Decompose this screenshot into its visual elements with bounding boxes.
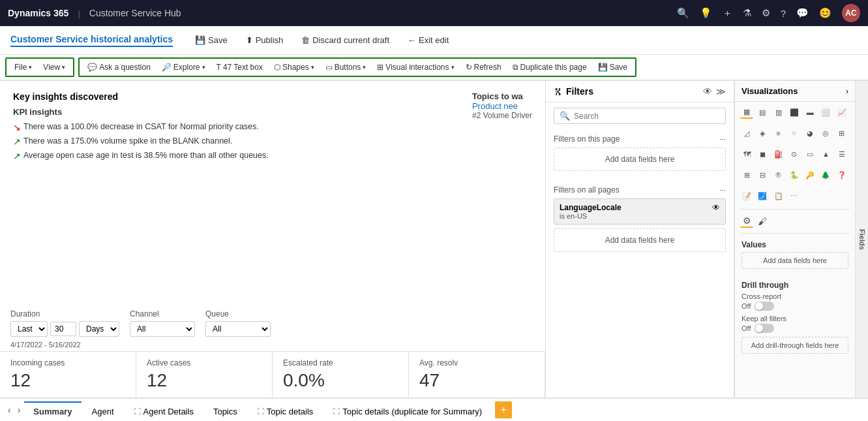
escalated-value: 0.0% [283, 370, 398, 391]
filter-search-input[interactable] [574, 112, 720, 121]
user-avatar[interactable]: AC [842, 4, 860, 22]
line-chart-icon[interactable]: 📈 [835, 106, 848, 119]
more-icon[interactable]: ⋯ [788, 189, 801, 202]
add-icon[interactable]: ＋ [723, 7, 732, 20]
filled-map-icon[interactable]: ◼ [756, 148, 769, 161]
visual-interactions-button[interactable]: ⊞ Visual interactions ▾ [372, 60, 459, 74]
tab-agent-details[interactable]: ⛶ Agent Details [125, 401, 203, 420]
kpi-icon[interactable]: ▲ [819, 148, 832, 161]
tab-topic-details-dup[interactable]: ⛶ Topic details (duplicate for Summary) [323, 401, 491, 420]
queue-label: Queue [205, 309, 271, 319]
python-icon[interactable]: 🐍 [788, 168, 801, 181]
exit-edit-button[interactable]: ← Exit edit [401, 32, 455, 48]
tab-agent[interactable]: Agent [83, 401, 123, 420]
fields-tab[interactable]: Fields [855, 81, 868, 398]
matrix-icon[interactable]: ⊟ [756, 168, 769, 181]
days-input[interactable] [50, 322, 76, 336]
filter-expand-icon[interactable]: ≫ [716, 86, 726, 97]
shapes-button[interactable]: ⬡ Shapes ▾ [269, 60, 320, 74]
filter-icon[interactable]: ⚗ [743, 7, 751, 19]
file-view-group: File ▾ View ▾ [5, 57, 74, 77]
narrative-icon[interactable]: 📝 [740, 189, 753, 202]
language-locale-chip[interactable]: LanguageLocale 👁 is en-US [554, 198, 726, 225]
incoming-value: 12 [10, 370, 125, 391]
pie-chart-icon[interactable]: ◕ [803, 127, 816, 140]
filter-search-box: 🔍 [554, 108, 726, 124]
days-select[interactable]: Days [79, 321, 119, 337]
r-visual-icon[interactable]: ® [772, 168, 785, 181]
viz-icon-grid-row2: ◿ ◈ ≡ ⁘ ◕ ◎ ⊞ [735, 123, 855, 144]
titlebar-icons: 🔍 💡 ＋ ⚗ ⚙ ? 💬 😊 AC [677, 4, 860, 22]
explore-button[interactable]: 🔎 Explore ▾ [157, 60, 211, 74]
more-options-all-icon[interactable]: ··· [719, 185, 726, 195]
add-tab-button[interactable]: + [495, 401, 512, 418]
emoji-icon[interactable]: 😊 [819, 7, 831, 19]
settings-icon[interactable]: ⚙ [762, 7, 770, 19]
more-options-icon[interactable]: ··· [719, 134, 726, 144]
chat-icon[interactable]: 💬 [796, 7, 809, 19]
refresh-button[interactable]: ↻ Refresh [460, 60, 507, 74]
ask-question-button[interactable]: 💬 Ask a question [82, 60, 156, 74]
metrics-row: Incoming cases 12 Active cases 12 Escala… [0, 351, 545, 398]
last-select[interactable]: Last [10, 321, 48, 337]
textbox-button[interactable]: T 47 Text box [211, 60, 268, 74]
discard-button[interactable]: 🗑 Discard current draft [295, 32, 396, 48]
qa-icon[interactable]: ❓ [835, 168, 848, 181]
decomp-icon[interactable]: 🌲 [819, 168, 832, 181]
paginated-icon[interactable]: 📋 [772, 189, 785, 202]
tab-summary[interactable]: Summary [24, 401, 81, 420]
azure-map-icon[interactable]: 🗾 [756, 189, 769, 202]
duration-group: Duration Last Days 4/17/2022 - 5/16/2022 [10, 309, 119, 349]
build-icon[interactable]: ⚙ [740, 215, 753, 228]
tab-prev-button[interactable]: ‹ [5, 402, 14, 418]
waterfall-icon[interactable]: ≡ [772, 127, 785, 140]
help-icon[interactable]: ? [781, 8, 786, 19]
stacked-bar-icon[interactable]: ▥ [772, 106, 785, 119]
topics-label: Topics to wa [472, 91, 532, 101]
scatter-icon[interactable]: ⁘ [788, 127, 801, 140]
map-icon[interactable]: 🗺 [740, 148, 753, 161]
column-chart-icon[interactable]: ▤ [756, 106, 769, 119]
save2-icon: 💾 [598, 63, 608, 72]
escalated-rate-card: Escalated rate 0.0% [273, 352, 409, 398]
lightbulb-icon[interactable]: 💡 [700, 7, 712, 19]
explore-icon: 🔎 [162, 63, 172, 72]
ribbon-chart-icon[interactable]: ◈ [756, 127, 769, 140]
table-icon[interactable]: ⊞ [740, 168, 753, 181]
gauge-icon[interactable]: ⊙ [788, 148, 801, 161]
product-label: Product nee [472, 101, 532, 111]
tab-next-button[interactable]: › [15, 402, 23, 418]
cross-report-toggle-track[interactable] [755, 302, 774, 311]
main-area: Key insights discovered KPI insights ↘ T… [0, 81, 868, 398]
100pct-bar-icon[interactable]: ▬ [803, 106, 816, 119]
area-chart-icon[interactable]: ◿ [740, 127, 753, 140]
filter-eye-icon[interactable]: 👁 [703, 86, 712, 97]
eye-icon-chip[interactable]: 👁 [712, 203, 720, 212]
bar-chart-icon[interactable]: ▦ [740, 106, 753, 119]
treemap-icon[interactable]: ⊞ [835, 127, 848, 140]
duplicate-page-button[interactable]: ⧉ Duplicate this page [507, 60, 592, 74]
donut-icon[interactable]: ◎ [819, 127, 832, 140]
slicer-icon[interactable]: ☰ [835, 148, 848, 161]
view-button[interactable]: View ▾ [38, 60, 70, 74]
tab-topic-details[interactable]: ⛶ Topic details [248, 401, 323, 420]
save2-button[interactable]: 💾 Save [593, 60, 633, 74]
tab-topics[interactable]: Topics [204, 401, 247, 420]
100pct-col-icon[interactable]: ⬜ [819, 106, 832, 119]
publish-button[interactable]: ⬆ Publish [239, 32, 290, 48]
buttons-button[interactable]: ▭ Buttons ▾ [320, 60, 372, 74]
channel-select[interactable]: All [130, 321, 195, 337]
save-button[interactable]: 💾 Save [188, 32, 234, 48]
queue-select[interactable]: All [205, 321, 271, 337]
viz-expand-icon[interactable]: › [846, 87, 848, 96]
keep-filters-toggle-track[interactable] [755, 324, 774, 333]
funnel-icon[interactable]: ⛽ [772, 148, 785, 161]
search-icon[interactable]: 🔍 [677, 7, 689, 19]
stacked-col-icon[interactable]: ⬛ [788, 106, 801, 119]
volume-driver-label: #2 Volume Driver [472, 111, 532, 120]
key-influencer-icon[interactable]: 🔑 [803, 168, 816, 181]
file-button[interactable]: File ▾ [9, 60, 37, 74]
filters-title: Filters [566, 86, 699, 97]
format-icon[interactable]: 🖌 [756, 215, 769, 228]
card-icon[interactable]: ▭ [803, 148, 816, 161]
